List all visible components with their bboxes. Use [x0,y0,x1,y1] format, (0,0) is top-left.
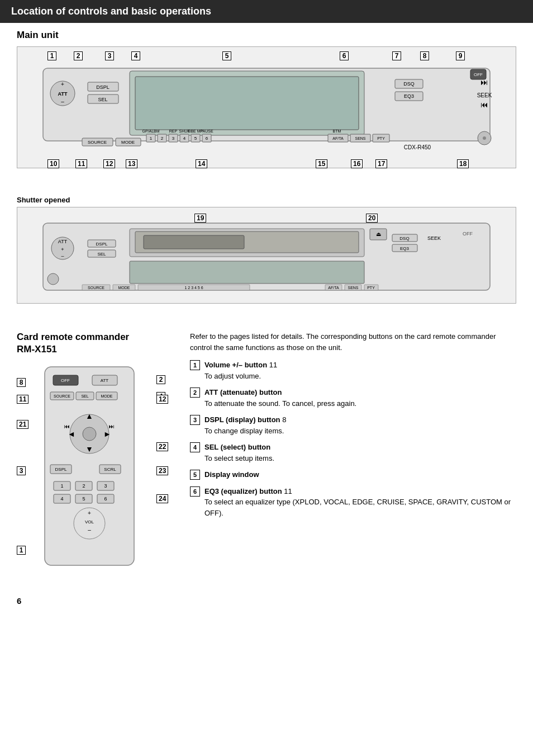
svg-text:PTY: PTY [367,286,375,290]
svg-text:SOURCE: SOURCE [54,394,70,398]
reference-section: Refer to the pages listed for details. T… [190,331,516,585]
bottom-section: Card remote commander RM-X151 OFF ATT SO… [17,331,516,585]
svg-text:SEEK: SEEK [477,92,492,98]
ref-text-3: DSPL (display) button 8 To change displa… [204,414,286,436]
main-unit-svg: ATT + – DSPL SEL SOURCE MODE 1 2 3 [26,51,507,163]
svg-text:1: 1 [150,136,153,141]
svg-text:OFF: OFF [61,378,70,383]
ref-item-2: 2 ATT (attenuate) button To attenuate th… [190,387,516,409]
svg-text:6: 6 [104,496,107,502]
remote-label-1: 1 [17,546,26,555]
svg-text:ATT: ATT [101,378,109,383]
svg-text:DSQ: DSQ [403,81,415,87]
remote-label-22: 22 [156,442,168,451]
ref-item-3: 3 DSPL (display) button 8 To change disp… [190,414,516,436]
svg-text:DSPL: DSPL [96,84,110,90]
ref-num-5: 5 [190,470,200,480]
ref-num-4: 4 [190,442,200,452]
svg-text:3: 3 [104,483,107,489]
header-title: Location of controls and basic operation… [11,6,211,17]
svg-point-49 [483,136,486,140]
svg-text:▲: ▲ [85,412,93,420]
svg-text:+: + [61,81,64,87]
svg-text:EQ3: EQ3 [400,246,410,251]
ref-num-6: 6 [190,486,200,497]
svg-text:SOURCE: SOURCE [88,286,104,290]
svg-point-84 [47,273,59,285]
remote-label-21: 21 [17,420,28,429]
remote-diagram-wrapper: OFF ATT SOURCE SEL MODE ▲ ▼ ◄ [17,361,173,585]
svg-text:PTY: PTY [377,136,385,140]
svg-text:2: 2 [82,483,85,489]
svg-text:DSQ: DSQ [399,236,409,241]
svg-text:⏮: ⏮ [64,423,70,429]
reference-list: 1 Volume +/– button 11 To adjust volume.… [190,360,516,518]
svg-rect-54 [144,235,244,249]
svg-text:PAUSE: PAUSE [200,129,213,133]
svg-text:AF/TA: AF/TA [332,136,344,140]
remote-label-24: 24 [156,494,168,503]
svg-text:1: 1 [60,483,63,489]
svg-text:–: – [88,527,91,533]
svg-text:◄: ◄ [68,429,75,438]
svg-text:VOL: VOL [85,519,94,525]
svg-text:MODE: MODE [118,286,130,290]
svg-text:▼: ▼ [85,445,93,453]
svg-text:–: – [61,98,64,105]
ref-num-2: 2 [190,388,200,398]
svg-text:–: – [61,253,64,259]
svg-text:SEL: SEL [97,252,106,257]
page-header: Location of controls and basic operation… [0,0,533,23]
ref-num-1: 1 [190,360,200,370]
card-remote-title: Card remote commander RM-X151 [17,331,173,356]
svg-text:►: ► [103,429,111,438]
svg-text:4: 4 [60,496,63,502]
svg-text:ATT: ATT [58,91,68,97]
shutter-title: Shutter opened [17,196,516,204]
svg-text:OFF: OFF [474,72,483,77]
ref-num-3: 3 [190,415,200,425]
ref-item-6: 6 EQ3 (equalizer) button 11 To select an… [190,486,516,519]
svg-text:BTM: BTM [333,129,341,133]
svg-text:5: 5 [194,136,197,141]
svg-text:6: 6 [206,136,208,141]
svg-text:+: + [61,247,64,252]
svg-text:⏭: ⏭ [480,78,488,87]
main-unit-title: Main unit [17,30,516,41]
remote-label-23: 23 [156,466,168,475]
svg-text:SENS: SENS [355,136,365,140]
remote-label-2: 2 [156,375,165,384]
svg-rect-55 [130,261,364,284]
svg-text:OFF: OFF [463,231,473,237]
ref-item-1: 1 Volume +/– button 11 To adjust volume. [190,360,516,381]
main-unit-diagram: ATT + – DSPL SEL SOURCE MODE 1 2 3 [17,46,516,168]
svg-text:MODE: MODE [101,394,113,398]
svg-text:ATT: ATT [58,239,68,244]
ref-item-5: 5 Display window [190,469,516,480]
remote-label-8: 8 [17,378,26,387]
ref-text-5: Display window [204,469,259,480]
shutter-svg: ATT + – DSPL SEL DSQ EQ3 SEEK OFF ⏏ [26,212,507,299]
svg-text:SEL: SEL [81,394,88,398]
svg-text:DSPL: DSPL [55,467,67,472]
ref-text-2: ATT (attenuate) button To attenuate the … [204,387,356,409]
svg-rect-10 [135,77,359,130]
ref-item-4: 4 SEL (select) button To select setup it… [190,442,516,464]
svg-text:AF/TA: AF/TA [328,286,339,290]
svg-text:SEEK: SEEK [427,235,441,241]
svg-text:CDX-R450: CDX-R450 [404,144,431,150]
svg-text:4: 4 [183,136,186,141]
svg-text:REP: REP [169,129,178,133]
svg-text:⏭: ⏭ [109,423,115,429]
svg-text:SENS: SENS [348,286,358,290]
remote-label-11: 11 [17,395,28,404]
svg-text:2: 2 [161,136,164,141]
svg-text:1  2  3  4  5  6: 1 2 3 4 5 6 [184,286,203,290]
svg-text:EQ3: EQ3 [404,93,414,99]
ref-text-6: EQ3 (equalizer) button 11 To select an e… [204,486,516,519]
svg-point-97 [83,427,96,441]
svg-text:SCRL: SCRL [104,467,116,472]
svg-text:+: + [88,510,91,516]
page-number: 6 [17,596,516,606]
ref-text-1: Volume +/– button 11 To adjust volume. [204,360,277,381]
